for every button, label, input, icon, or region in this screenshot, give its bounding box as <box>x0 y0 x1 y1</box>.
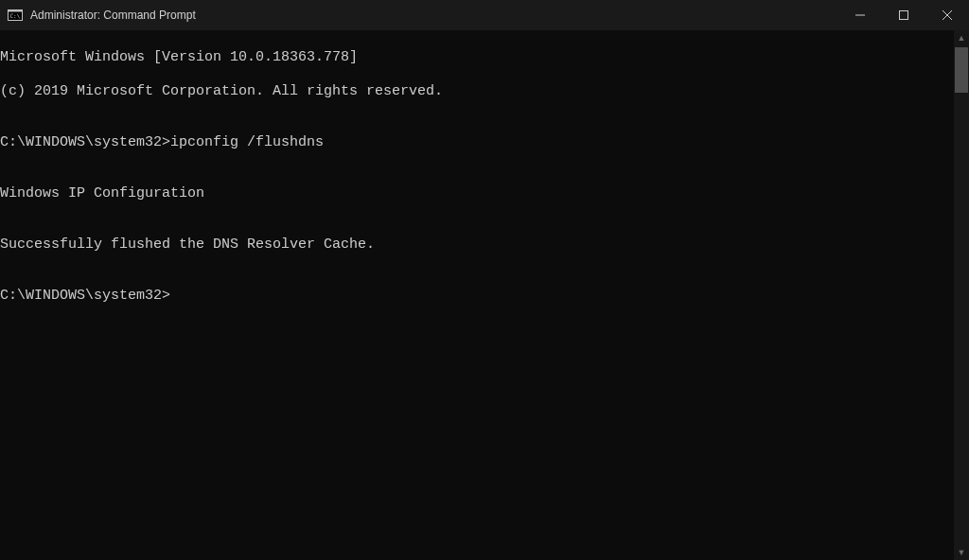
terminal-line: Microsoft Windows [Version 10.0.18363.77… <box>0 49 954 66</box>
window-title: Administrator: Command Prompt <box>30 9 196 22</box>
terminal-line: Successfully flushed the DNS Resolver Ca… <box>0 236 954 254</box>
titlebar[interactable]: C:\ Administrator: Command Prompt <box>0 0 969 30</box>
command-prompt-window: C:\ Administrator: Command Prompt Micros… <box>0 0 969 560</box>
vertical-scrollbar[interactable]: ▲ ▼ <box>954 30 969 560</box>
terminal-line: Windows IP Configuration <box>0 185 954 202</box>
svg-rect-4 <box>900 11 908 20</box>
scrollbar-thumb[interactable] <box>955 47 968 93</box>
terminal-line: C:\WINDOWS\system32>ipconfig /flushdns <box>0 134 954 151</box>
terminal-output[interactable]: Microsoft Windows [Version 10.0.18363.77… <box>0 30 954 560</box>
terminal-line: C:\WINDOWS\system32> <box>0 288 954 305</box>
minimize-button[interactable] <box>838 0 882 30</box>
cmd-icon: C:\ <box>8 8 23 23</box>
terminal-area: Microsoft Windows [Version 10.0.18363.77… <box>0 30 969 560</box>
scroll-down-arrow-icon[interactable]: ▼ <box>954 545 969 560</box>
scroll-up-arrow-icon[interactable]: ▲ <box>954 30 969 45</box>
svg-text:C:\: C:\ <box>10 12 21 19</box>
window-controls <box>838 0 969 30</box>
close-button[interactable] <box>925 0 969 30</box>
terminal-line: (c) 2019 Microsoft Corporation. All righ… <box>0 83 954 100</box>
maximize-button[interactable] <box>882 0 925 30</box>
